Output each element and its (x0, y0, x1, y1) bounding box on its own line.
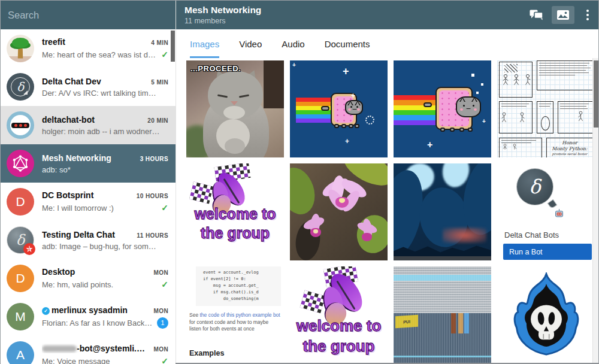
welcome-text-line2: the group (290, 338, 388, 354)
delta-chat-logo-tail (547, 199, 558, 210)
comic-text: Honor (547, 140, 592, 146)
code-line: if msg.chat().is_d (203, 289, 281, 296)
gallery-image-nyan-cat-closeup[interactable]: + + (394, 60, 491, 157)
letter-avatar: M (7, 303, 34, 330)
gallery-image-blue-cave[interactable] (394, 163, 491, 260)
welcome-text-line1: welcome to (290, 318, 388, 333)
chat-list-item-merlinux-sysadmin[interactable]: M merlinux sysadminMON Florian: As far a… (1, 298, 176, 336)
mesh-networking-avatar (7, 150, 34, 177)
bots-page-title: Delta Chat Bots (504, 230, 559, 239)
gallery-scrollbar[interactable] (592, 58, 598, 363)
chat-timestamp: 4 MIN (151, 40, 168, 46)
chat-list-item-systemli-bot[interactable]: A -bot@systemli.…MON Me: Voice message (1, 336, 176, 364)
search-bar (1, 1, 176, 29)
gallery-webpage-python-example[interactable]: event = account._evlog if event[2] != 0:… (186, 266, 284, 363)
gallery-panel: Mesh Networking 11 members (176, 1, 598, 363)
delivered-check-icon (158, 356, 168, 364)
chat-list-item-deltachat-bot[interactable]: deltachat-bot20 MIN holger: moin adb -- … (1, 106, 176, 144)
tab-images[interactable]: Images (190, 29, 219, 58)
chat-list-item-testing-delta-chat[interactable]: Testing Delta Chat11 HOURS adb: Image – … (1, 221, 176, 259)
verified-badge-icon (42, 307, 50, 315)
bug-badge-icon (23, 243, 35, 255)
delivered-check-icon (158, 202, 168, 213)
sidebar-scrollbar-thumb[interactable] (171, 31, 175, 62)
chat-preview: Me: heart of the sea? was ist d… (42, 50, 158, 59)
chat-list-item-dc-botsprint[interactable]: D DC Botsprint10 HOURS Me: I will tomorr… (1, 183, 176, 221)
python-bot-link[interactable]: the code of this python example bot (200, 312, 280, 318)
chat-preview: Florian: As far as I know Back… (42, 318, 157, 327)
gallery-image-crt-screen[interactable]: PUI (394, 266, 491, 363)
gallery-tab-bar: Images Video Audio Documents (176, 29, 598, 58)
gallery-icon[interactable] (552, 6, 574, 24)
avatar-initial: M (15, 310, 26, 324)
chat-timestamp: 5 MIN (151, 79, 168, 86)
gallery-scrollbar-thumb[interactable] (594, 60, 598, 128)
chat-name: treefit (42, 37, 146, 47)
chat-list-item-desktop[interactable]: D DesktopMON Me: hm, valid points. (1, 259, 176, 298)
comic-text: promote serial honor (547, 152, 592, 156)
gallery-image-cat-proceed[interactable]: ...PROCEED. (186, 60, 284, 157)
chat-preview: Me: hm, valid points. (42, 280, 158, 289)
code-line: msg = account.get_ (203, 283, 281, 289)
robot-avatar (7, 111, 34, 139)
chat-preview: Der: A/V vs IRC: wrt talking tim… (42, 89, 168, 98)
delta-chat-avatar (7, 73, 34, 101)
member-count: 11 members (184, 17, 530, 25)
gallery-image-welcome-butterfly[interactable]: welcome to the group (186, 163, 284, 260)
chat-timestamp: MON (153, 269, 168, 276)
chat-name: deltachat-bot (42, 115, 143, 125)
chat-list-item-treefit[interactable]: treefit4 MIN Me: heart of the sea? was i… (1, 29, 176, 68)
gallery-image-flame-skull[interactable] (497, 266, 595, 363)
tab-video[interactable]: Video (239, 29, 262, 58)
chat-timestamp: 11 HOURS (137, 232, 168, 239)
chat-timestamp: MON (153, 346, 168, 353)
code-line: if event[2] != 0: (203, 276, 281, 283)
letter-avatar: D (7, 265, 34, 292)
meme-caption: ...PROCEED. (190, 64, 241, 73)
chat-header: Mesh Networking 11 members (176, 1, 598, 29)
image-grid: ...PROCEED. + + + + (176, 58, 598, 363)
gallery-webpage-delta-chat-bots[interactable]: Delta Chat Bots Run a Bot (497, 163, 595, 260)
unread-count-badge: 1 (157, 317, 168, 329)
gallery-image-stick-comic[interactable]: Honor Monty Python: promote serial honor (497, 60, 595, 157)
tab-documents[interactable]: Documents (325, 29, 370, 58)
gallery-scroll-area: ...PROCEED. + + + + (176, 58, 598, 363)
chat-timestamp: 10 HOURS (137, 193, 168, 199)
chat-name: Desktop (42, 267, 149, 277)
chat-bubbles-icon[interactable] (530, 10, 543, 21)
chat-name: -bot@systemli.… (42, 344, 149, 353)
examples-heading: Examples (189, 349, 224, 357)
kebab-menu-icon[interactable] (583, 7, 592, 23)
page-title: Mesh Networking (184, 5, 530, 16)
chat-preview: holger: moin adb -- i am wodner… (42, 127, 168, 136)
letter-avatar: D (7, 188, 34, 216)
tab-audio[interactable]: Audio (282, 29, 304, 58)
chat-timestamp: 3 HOURS (140, 156, 168, 162)
chat-preview: Me: I will tomorrow :) (42, 204, 158, 213)
chat-name: Delta Chat Dev (42, 77, 146, 86)
gallery-image-welcome-butterfly-2[interactable]: welcome to the group (290, 266, 388, 363)
chat-list-item-delta-chat-dev[interactable]: Delta Chat Dev5 MIN Der: A/V vs IRC: wrt… (1, 68, 176, 106)
gallery-image-nyan-cat[interactable]: + + + + (290, 60, 388, 157)
graphql-logo-icon (11, 154, 29, 172)
chat-list-item-mesh-networking[interactable]: Mesh Networking3 HOURS adb: so* (1, 144, 176, 183)
avatar-initial: D (16, 271, 25, 286)
run-a-bot-button[interactable]: Run a Bot (503, 244, 592, 260)
chat-sidebar: treefit4 MIN Me: heart of the sea? was i… (1, 1, 176, 363)
chat-preview: adb: Image – bug-hug, for som… (42, 242, 168, 251)
tree-trunk (18, 48, 23, 59)
gallery-image-orchid[interactable] (290, 163, 388, 260)
delta-chat-window: treefit4 MIN Me: heart of the sea? was i… (0, 0, 599, 364)
redacted-name-blur (42, 345, 77, 352)
delta-chat-logo-icon (516, 168, 553, 205)
search-input[interactable] (8, 10, 152, 21)
code-block: event = account._evlog if event[2] != 0:… (196, 266, 281, 306)
letter-avatar: A (7, 341, 34, 364)
welcome-text-line1: welcome to (186, 207, 284, 222)
tree-avatar (7, 35, 34, 62)
comic-text: Monty Python: (547, 146, 592, 152)
delta-logo-icon (17, 80, 24, 94)
doc-paragraph: See the code of this python example bot … (189, 312, 280, 333)
chat-list: treefit4 MIN Me: heart of the sea? was i… (1, 29, 176, 364)
delivered-check-icon (158, 49, 168, 60)
